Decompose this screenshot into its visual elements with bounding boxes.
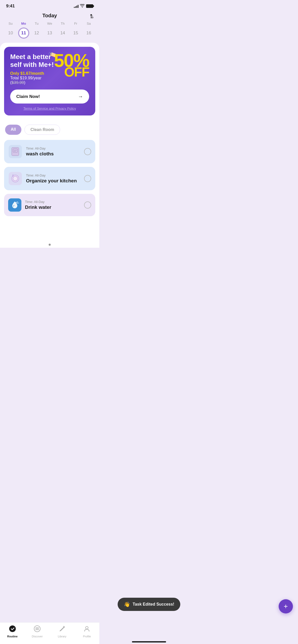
day-label-we: We <box>44 22 55 25</box>
task-time: Time: All-Day <box>26 173 80 177</box>
calendar-date-10[interactable]: 10 <box>5 27 16 39</box>
day-label-mo: Mo <box>18 22 29 25</box>
day-label-su: Su <box>5 22 16 25</box>
calendar-date-14[interactable]: 14 <box>57 27 68 39</box>
wifi-icon <box>80 4 85 8</box>
promo-discount-block: 🏷️ 50% OFF <box>54 53 89 78</box>
task-name: wash cloths <box>26 151 80 157</box>
promo-total: Total $19.99/year ($39.99) <box>10 76 54 85</box>
task-name: Drink water <box>25 204 80 210</box>
day-label-fr: Fr <box>70 22 81 25</box>
filter-clean-room[interactable]: Clean Room <box>24 125 60 135</box>
calendar-day-labels: Su Mo Tu We Th Fr Sa <box>4 22 95 25</box>
claim-now-button[interactable]: Claim Now! → <box>10 90 89 104</box>
claim-arrow-icon: → <box>78 94 83 99</box>
day-label-tu: Tu <box>31 22 42 25</box>
task-time: Time: All-Day <box>26 147 80 150</box>
task-icon-kitchen <box>8 171 22 186</box>
tasks-list: Time: All-Day wash cloths Time: All-Day … <box>0 138 99 242</box>
promo-price: Only $1.67/month <box>10 71 54 76</box>
task-checkbox[interactable] <box>84 175 91 182</box>
task-icon-water <box>8 198 21 212</box>
page-dot <box>49 244 51 246</box>
task-info: Time: All-Day Organize your kitchen <box>26 173 80 184</box>
svg-point-7 <box>13 176 18 181</box>
calendar-date-12[interactable]: 12 <box>31 27 42 39</box>
promo-banner: Meet a better self with Me+! Only $1.67/… <box>4 47 95 115</box>
status-bar: 9:41 <box>0 0 99 11</box>
task-time: Time: All-Day <box>25 200 80 204</box>
task-icon-laundry <box>8 144 22 159</box>
sort-button[interactable] <box>88 13 94 19</box>
main-content: Meet a better self with Me+! Only $1.67/… <box>0 43 99 248</box>
calendar-dates-row: 10 11 12 13 14 15 16 <box>4 27 95 39</box>
day-label-th: Th <box>57 22 68 25</box>
page-indicator <box>0 242 99 248</box>
signal-icon <box>74 4 78 8</box>
promo-text: Meet a better self with Me+! Only $1.67/… <box>10 53 54 85</box>
task-card[interactable]: Time: All-Day wash cloths <box>4 140 95 163</box>
task-checkbox[interactable] <box>84 201 91 209</box>
task-checkbox[interactable] <box>84 148 91 155</box>
header: Today <box>0 11 99 22</box>
tos-link[interactable]: Terms of Service and Privacy Policy <box>10 107 89 110</box>
battery-icon <box>86 4 93 8</box>
promo-discount-text: 50% OFF <box>54 53 89 78</box>
task-card[interactable]: Time: All-Day Organize your kitchen <box>4 167 95 190</box>
task-info: Time: All-Day wash cloths <box>26 147 80 157</box>
calendar-date-11[interactable]: 11 <box>18 27 29 39</box>
promo-headline: Meet a better self with Me+! <box>10 53 54 69</box>
calendar-date-15[interactable]: 15 <box>70 27 81 39</box>
calendar-date-13[interactable]: 13 <box>44 27 55 39</box>
status-time: 9:41 <box>6 4 15 9</box>
promo-top: Meet a better self with Me+! Only $1.67/… <box>10 53 89 85</box>
page-title: Today <box>42 13 57 19</box>
filter-all[interactable]: All <box>5 125 21 135</box>
status-icons <box>74 4 93 8</box>
task-name: Organize your kitchen <box>26 178 80 184</box>
day-label-sa: Sa <box>83 22 94 25</box>
task-card[interactable]: Time: All-Day Drink water <box>4 194 95 216</box>
calendar: Su Mo Tu We Th Fr Sa 10 11 12 13 14 15 1… <box>0 22 99 43</box>
filter-pills: All Clean Room <box>0 120 99 138</box>
calendar-date-16[interactable]: 16 <box>83 27 94 39</box>
task-info: Time: All-Day Drink water <box>25 200 80 210</box>
